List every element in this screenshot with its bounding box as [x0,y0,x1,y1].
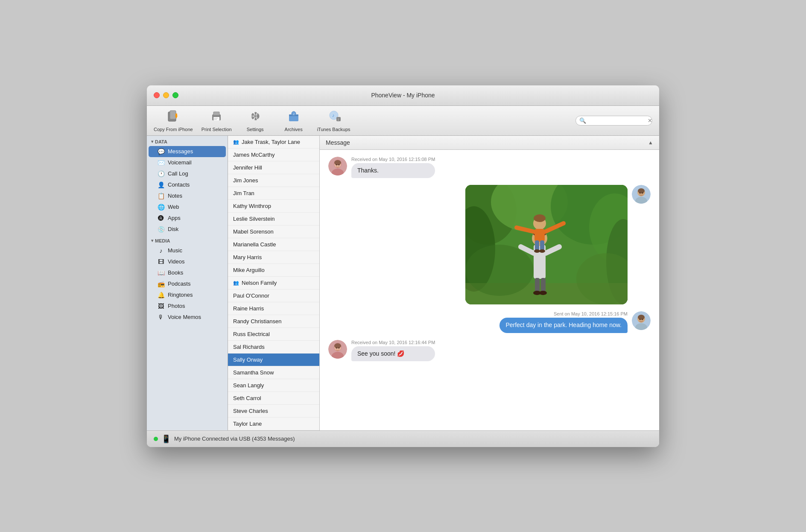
contact-name: Sean Langly [233,382,264,389]
copy-from-iphone-button[interactable]: Copy From iPhone [154,109,193,132]
svg-point-69 [642,319,643,320]
sidebar-label-contacts: Contacts [168,181,190,188]
search-clear-icon[interactable]: ✕ [648,117,652,124]
sidebar-item-voicememos[interactable]: 🎙Voice Memos [149,312,226,323]
contact-item[interactable]: Taylor Lane [228,418,319,430]
itunes-label: iTunes Backups [317,127,350,132]
svg-rect-8 [213,119,217,120]
contact-item[interactable]: Paul O'Connor [228,289,319,302]
svg-rect-59 [541,278,546,293]
sidebar-item-podcasts[interactable]: 📻Podcasts [149,278,226,289]
sidebar-item-calllog[interactable]: 🕐Call Log [149,168,226,179]
sidebar-data-items: 💬Messages✉️Voicemail🕐Call Log👤Contacts📋N… [147,146,228,235]
contact-name: Steve Charles [233,408,268,414]
sidebar-item-videos[interactable]: 🎞Videos [149,256,226,267]
contact-name: Jake Trask, Taylor Lane [242,139,300,145]
message-row-photo [328,185,651,304]
contact-item[interactable]: Seth Carrol [228,392,319,405]
podcasts-icon: 📻 [157,281,165,287]
print-button[interactable]: Print Selection [202,109,232,132]
contact-item[interactable]: 👥Jake Trask, Taylor Lane [228,136,319,149]
group-icon: 👥 [233,280,239,286]
contact-name: Paul O'Connor [233,292,269,299]
maximize-button[interactable] [172,92,178,98]
svg-point-50 [534,214,546,222]
svg-rect-58 [535,278,540,293]
contact-item[interactable]: 👥Nelson Family [228,277,319,289]
contact-item[interactable]: Sal Richards [228,341,319,354]
disk-icon: 💿 [157,226,165,233]
sidebar-item-books[interactable]: 📖Books [149,267,226,278]
settings-button[interactable]: Settings [240,109,270,132]
contact-item[interactable]: Jim Tran [228,187,319,200]
bubble-group-sent: Sent on May 10, 2016 12:15:16 PM Perfect… [499,311,628,333]
sidebar-label-voicememos: Voice Memos [168,314,201,320]
svg-point-33 [642,193,643,194]
contact-list: 👥Jake Trask, Taylor LaneJames McCarthyJe… [228,136,320,430]
bubble-group-received2: Received on May 10, 2016 12:16:44 PM See… [351,340,435,362]
sidebar-item-voicemail[interactable]: ✉️Voicemail [149,157,226,168]
contact-item[interactable]: Jennifer Hill [228,161,319,174]
sidebar-item-web[interactable]: 🌐Web [149,202,226,213]
collapse-button[interactable]: ▲ [648,140,653,146]
svg-point-31 [638,188,645,193]
sidebar-label-messages: Messages [168,148,193,155]
contact-item[interactable]: Randy Christiansen [228,315,319,328]
media-section-header: MEDIA [147,235,228,245]
contact-item[interactable]: Mike Arguillo [228,264,319,277]
contact-item[interactable]: Marianella Castle [228,238,319,251]
group-icon: 👥 [233,139,239,145]
sidebar-item-ringtones[interactable]: 🔔Ringtones [149,289,226,301]
contact-item[interactable]: Raine Harris [228,302,319,315]
contact-item[interactable]: Kathy Winthrop [228,200,319,213]
apps-icon: 🅐 [157,215,165,222]
contact-name: Leslie Silverstein [233,216,275,222]
sidebar-item-apps[interactable]: 🅐Apps [149,213,226,224]
status-text: My iPhone Connected via USB (4353 Messag… [174,436,295,442]
sidebar-item-messages[interactable]: 💬Messages [149,146,226,157]
music-icon: ♪ [157,247,165,254]
contact-item[interactable]: Sally Orway [228,354,319,366]
sidebar-label-notes: Notes [168,193,182,199]
voicememos-icon: 🎙 [157,314,165,321]
search-input[interactable] [588,117,648,124]
contact-item[interactable]: Mabel Sorenson [228,225,319,238]
svg-rect-6 [213,112,219,115]
titlebar: PhoneView - My iPhone [147,85,659,106]
search-box[interactable]: 🔍 ✕ [575,116,652,126]
contact-item[interactable]: Jim Jones [228,174,319,187]
received-bubble2: See you soon! 💋 [351,346,435,362]
sidebar-label-videos: Videos [168,258,185,265]
web-icon: 🌐 [157,204,165,210]
svg-point-62 [465,245,534,296]
contact-item[interactable]: Steve Charles [228,405,319,418]
message-row-sent: Sent on May 10, 2016 12:15:16 PM Perfect… [328,311,651,333]
contact-item[interactable]: Russ Electrical [228,328,319,341]
contact-item[interactable]: Leslie Silverstein [228,213,319,225]
sidebar-item-photos[interactable]: 🖼Photos [149,301,226,312]
contact-name: Jim Tran [233,190,254,196]
sidebar-label-calllog: Call Log [168,170,188,177]
statusbar: 📱 My iPhone Connected via USB (4353 Mess… [147,430,659,447]
contact-item[interactable]: James McCarthy [228,149,319,161]
archives-button[interactable]: ♪ Archives [279,109,309,132]
itunes-backups-button[interactable]: ♪ ↓ iTunes Backups [317,109,350,132]
contact-item[interactable]: Sean Langly [228,379,319,392]
message-bubble: Thanks. [351,163,435,178]
sidebar-item-notes[interactable]: 📋Notes [149,190,226,202]
svg-text:♪: ♪ [332,113,335,118]
contact-item[interactable]: Mary Harris [228,251,319,264]
close-button[interactable] [154,92,160,98]
contact-name: Nelson Family [242,280,277,286]
svg-point-25 [334,160,341,165]
voicemail-icon: ✉️ [157,159,165,166]
message-panel: Message ▲ [320,136,659,430]
sidebar-item-contacts[interactable]: 👤Contacts [149,179,226,190]
sidebar-item-music[interactable]: ♪Music [149,245,226,256]
contact-name: Taylor Lane [233,421,262,427]
minimize-button[interactable] [163,92,169,98]
message-header: Message ▲ [320,136,659,150]
sidebar-item-disk[interactable]: 💿Disk [149,224,226,235]
contact-item[interactable]: Samantha Snow [228,366,319,379]
settings-icon [248,109,262,125]
